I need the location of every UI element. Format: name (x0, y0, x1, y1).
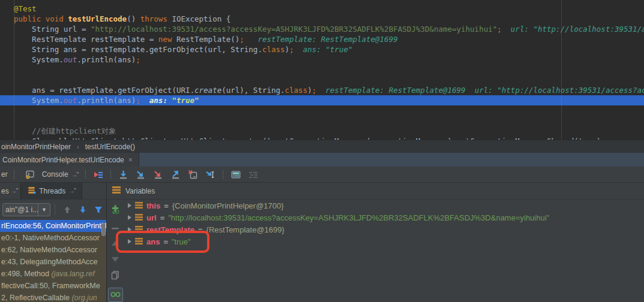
copy-icon[interactable] (110, 270, 120, 282)
next-frame-icon[interactable] (77, 204, 89, 216)
variable-icon (135, 201, 143, 210)
code-line[interactable]: //创建httpclient对象 (0, 126, 644, 136)
debug-session-tab[interactable]: CoinMonitorPrintHelper.testUrlEncode × (0, 153, 139, 167)
thread-selector[interactable]: ain"@1 i... ▼ (2, 203, 50, 216)
variable-row[interactable]: url = "http://localhost:39531/access?acc… (123, 212, 644, 224)
code-token: public void (14, 14, 68, 23)
run-to-cursor-icon[interactable] (205, 170, 215, 180)
stack-frame-text: e:43, DelegatingMethodAcce (1, 258, 98, 266)
move-down-icon[interactable] (111, 254, 119, 265)
code-line[interactable] (0, 75, 644, 85)
step-over-icon[interactable] (118, 170, 128, 180)
code-token: RestTemplate restTemplate = (14, 35, 158, 44)
code-line[interactable]: String ans = restTemplate.getForObject(u… (0, 44, 644, 55)
thread-selector-row: ain"@1 i... ▼ (0, 200, 106, 220)
stack-frame-text: e:498, Method (1, 270, 51, 278)
execution-line[interactable]: System.out.println(ans); ans: "true" (0, 95, 644, 105)
code-editor[interactable]: @Testpublic void testUrlEncode() throws … (0, 0, 644, 140)
code-token: class (285, 86, 308, 95)
code-token: testUrlEncode (68, 14, 127, 23)
code-token: IOException { (167, 14, 230, 23)
inline-debug-hint: "true" (172, 96, 199, 105)
tab-threads[interactable]: Threads →" (20, 183, 82, 199)
breadcrumb-method[interactable]: testUrlEncode() (85, 143, 135, 151)
layout-settings-icon[interactable] (248, 170, 258, 180)
separator (14, 170, 14, 179)
breadcrumb-class[interactable]: oinMonitorPrintHelper (1, 143, 71, 151)
code-line[interactable]: ans = restTemplate.getForObject(URI.crea… (0, 85, 644, 95)
separator (223, 170, 223, 179)
pin-icon: →" (11, 188, 18, 194)
code-line[interactable]: public void testUrlEncode() throws IOExc… (0, 14, 644, 24)
tab-debugger-clipped[interactable]: er (0, 170, 10, 179)
threads-tab-label: Threads (39, 187, 65, 195)
gutter-separator (14, 0, 14, 140)
code-line[interactable] (0, 65, 644, 75)
code-token: out (64, 96, 77, 105)
code-token: () (127, 14, 140, 23)
code-line[interactable]: String url = "http://localhost:39531/acc… (0, 24, 644, 34)
ide-window: @Testpublic void testUrlEncode() throws … (0, 0, 644, 302)
red-highlight-annotation (116, 231, 209, 253)
expand-arrow-icon[interactable] (128, 215, 131, 220)
add-watch-icon[interactable] (110, 204, 120, 216)
inline-debug-hint: url: "http://localhost:39531/access?acce… (511, 25, 644, 34)
code-token: out (64, 55, 77, 64)
code-line[interactable]: RestTemplate restTemplate = new RestTemp… (0, 34, 644, 44)
expand-arrow-icon[interactable] (128, 203, 131, 208)
stack-frame-row[interactable]: e:62, NativeMethodAccessor (0, 244, 106, 256)
code-token: ans = restTemplate.getForObject(URI. (14, 86, 194, 95)
code-token: (url), String. (221, 86, 284, 95)
evaluate-expression-icon[interactable] (230, 170, 241, 180)
stack-frame-row[interactable]: rlEncode:56, CoinMonitorPrintH (0, 220, 106, 232)
stack-frame-row[interactable]: e:498, Method (java.lang.ref (0, 268, 106, 280)
scrollbar[interactable] (101, 223, 106, 236)
step-into-icon[interactable] (136, 170, 146, 180)
previous-frame-icon[interactable] (61, 204, 73, 216)
code-token: .println(ans) (77, 96, 136, 105)
code-token: "http://localhost:39531/access?accessKey… (91, 25, 497, 34)
tab-frames-clipped[interactable]: es →" (0, 187, 20, 195)
code-token: ; (289, 45, 294, 54)
debugger-toolbar: er Console →" (0, 167, 644, 183)
code-token (502, 25, 511, 34)
stack-frames-list: rlEncode:56, CoinMonitorPrintHe0:-1, Nat… (0, 220, 106, 302)
separator (110, 170, 111, 179)
code-token: ; (136, 55, 140, 64)
code-line[interactable]: System.out.println(ans); (0, 55, 644, 65)
stack-frame-row[interactable]: e:43, DelegatingMethodAcce (0, 256, 106, 268)
code-line[interactable]: @Test (0, 4, 644, 14)
code-token: ) (285, 45, 290, 54)
force-step-into-icon[interactable] (153, 170, 163, 180)
filter-icon[interactable] (92, 204, 104, 216)
code-token: create (194, 86, 221, 95)
show-execution-point-icon[interactable] (93, 170, 103, 180)
stack-frame-row[interactable]: e0:-1, NativeMethodAccessor (0, 232, 106, 244)
equals-sign: = (160, 213, 165, 222)
code-token: System. (14, 55, 64, 64)
stack-frame-text: 2, ReflectiveCallable (1, 294, 71, 302)
stack-frame-text: e0:-1, NativeMethodAccessor (1, 234, 100, 242)
code-line[interactable] (0, 105, 644, 116)
show-watches-icon[interactable] (108, 288, 123, 302)
tab-console[interactable]: Console →" (18, 167, 82, 182)
code-token: new (158, 35, 172, 44)
code-token: @Test (14, 4, 37, 13)
drop-frame-icon[interactable] (188, 170, 198, 180)
inline-debug-hint: ans: "true" (303, 45, 353, 54)
stack-frame-text: flectiveCall:50, FrameworkMe (1, 282, 100, 290)
console-icon (25, 170, 35, 180)
stack-frame-row[interactable]: flectiveCall:50, FrameworkMe (0, 280, 106, 292)
code-line[interactable] (0, 116, 644, 126)
chevron-down-icon[interactable]: ▼ (38, 204, 50, 216)
pin-icon: →" (68, 188, 76, 194)
code-token: ) (307, 86, 312, 95)
code-token: .println(ans) (77, 55, 136, 64)
code-token: ; (497, 25, 502, 34)
code-token (316, 86, 325, 95)
stack-frame-row[interactable]: 2, ReflectiveCallable (org.jun (0, 292, 106, 302)
variable-row[interactable]: this = {CoinMonitorPrintHelper@1700} (123, 200, 644, 212)
debug-bottom-panel: es →" Threads →" ain"@1 i... ▼ (0, 183, 644, 302)
close-icon[interactable]: × (128, 156, 133, 164)
step-out-icon[interactable] (170, 170, 181, 180)
